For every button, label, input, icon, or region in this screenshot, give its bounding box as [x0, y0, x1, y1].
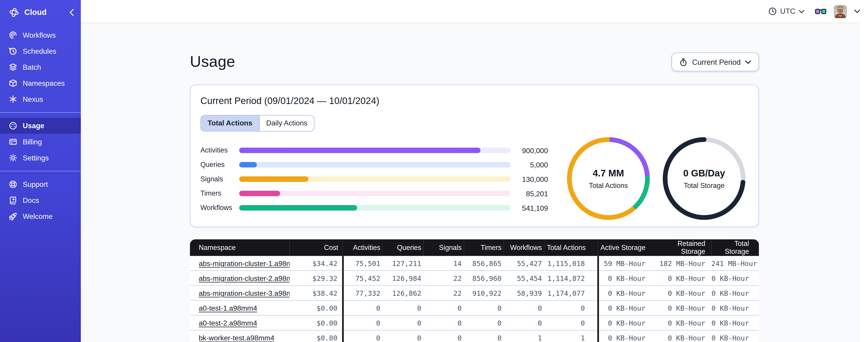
namespaces-icon	[9, 79, 17, 87]
bar-label: Timers	[200, 190, 239, 197]
namespace-link[interactable]: bk-worker-test.a98mm4	[199, 334, 275, 342]
nexus-icon	[9, 95, 17, 103]
column-header-cost: Cost	[289, 239, 342, 256]
sidebar-item-support[interactable]: Support	[0, 176, 81, 193]
cell-total-actions: 0	[544, 301, 598, 315]
sidebar-item-nexus[interactable]: Nexus	[0, 91, 81, 107]
tab-daily-actions[interactable]: Daily Actions	[259, 115, 314, 131]
cell-workflows: 0	[504, 301, 544, 315]
bar-row-queries: Queries5,000	[200, 158, 548, 172]
scrollbar[interactable]	[859, 23, 868, 342]
cell-timers: 0	[464, 301, 504, 315]
sidebar-item-billing[interactable]: Billing	[0, 134, 81, 150]
cell-signals: 14	[423, 256, 464, 271]
sidebar-item-label: Nexus	[23, 95, 43, 103]
namespace-link[interactable]: abs-migration-cluster-2.a98mm4	[199, 274, 290, 282]
sidebar-item-batch[interactable]: Batch	[0, 59, 81, 75]
cell-timers: 856,865	[464, 256, 504, 271]
chevron-down-icon	[854, 9, 860, 13]
bar-label: Signals	[200, 175, 239, 183]
account-menu-chevron[interactable]	[854, 9, 860, 13]
cell-active-storage: 0 KB-Hour	[598, 285, 652, 301]
sidebar-item-label: Billing	[23, 138, 42, 146]
avatar[interactable]	[834, 5, 847, 18]
cell-queries: 0	[382, 301, 423, 315]
namespace-link[interactable]: a0-test-1.a98mm4	[199, 304, 257, 312]
cell-total-actions: 1,115,018	[544, 256, 598, 271]
bar-label: Workflows	[200, 204, 239, 212]
bar-value: 85,201	[515, 189, 548, 198]
timers-bar-fill	[239, 191, 280, 197]
glasses-icon[interactable]	[815, 7, 827, 15]
cell-active-storage: 59 MB-Hour	[598, 256, 652, 271]
cell-retained-storage: 0 KB-Hour	[652, 301, 711, 315]
sidebar-item-schedules[interactable]: Schedules	[0, 43, 81, 59]
stopwatch-icon	[679, 58, 688, 66]
column-header-queries: Queries	[382, 239, 423, 256]
table-row: a0-test-2.a98mm4$0.000000000 KB-Hour0 KB…	[190, 315, 759, 330]
workflows-bar-track	[239, 205, 510, 211]
total-storage-donut: 0 GB/DayTotal Storage	[663, 137, 746, 220]
cell-queries: 0	[382, 315, 423, 330]
cell-total-actions: 0	[544, 315, 598, 330]
donut-value: 0 GB/Day	[683, 168, 725, 179]
cell-workflows: 55,454	[504, 271, 544, 285]
page-title: Usage	[190, 53, 235, 71]
tab-total-actions[interactable]: Total Actions	[201, 115, 259, 131]
cell-total-actions: 1,174,077	[544, 285, 598, 301]
activities-bar-fill	[239, 147, 481, 153]
bar-value: 541,109	[515, 204, 548, 212]
sidebar-item-workflows[interactable]: Workflows	[0, 27, 81, 43]
cell-total-storage: 0 KB-Hour	[711, 315, 759, 330]
bar-value: 130,000	[515, 175, 548, 183]
cell-workflows: 55,427	[504, 256, 544, 271]
sidebar-item-label: Namespaces	[23, 79, 65, 87]
bar-row-workflows: Workflows541,109	[200, 201, 548, 215]
sidebar-nav: WorkflowsSchedulesBatchNamespacesNexus U…	[0, 24, 81, 227]
column-header-workflows: Workflows	[504, 239, 544, 256]
timezone-selector[interactable]: UTC	[769, 7, 805, 15]
cell-retained-storage: 182 MB-Hour	[652, 256, 711, 271]
sidebar-item-label: Support	[23, 180, 48, 189]
period-selector-label: Current Period	[692, 58, 741, 66]
cell-activities: 0	[343, 301, 382, 315]
timezone-label: UTC	[780, 7, 796, 15]
bar-row-activities: Activities900,000	[200, 143, 548, 158]
cell-activities: 0	[343, 330, 382, 342]
sidebar-collapse-button[interactable]	[69, 8, 74, 16]
cell-total-actions: 1,114,872	[544, 271, 598, 285]
table-row: a0-test-1.a98mm4$0.000000000 KB-Hour0 KB…	[190, 301, 759, 315]
table-header-row: NamespaceCostActivitiesQueriesSignalsTim…	[190, 239, 759, 256]
sidebar-item-usage[interactable]: Usage	[0, 118, 81, 134]
app-root: Cloud WorkflowsSchedulesBatchNamespacesN…	[0, 0, 868, 342]
usage-summary-card: Current Period (09/01/2024 — 10/01/2024)…	[190, 84, 759, 227]
sidebar-item-namespaces[interactable]: Namespaces	[0, 75, 81, 91]
cell-retained-storage: 0 KB-Hour	[652, 271, 711, 285]
donut-center-label: 4.7 MMTotal Actions	[567, 137, 650, 220]
timers-bar-track	[239, 191, 510, 197]
sidebar-item-welcome[interactable]: Welcome	[0, 208, 81, 225]
cell-signals: 22	[423, 285, 464, 301]
namespace-link[interactable]: a0-test-2.a98mm4	[199, 319, 257, 327]
sidebar-brand[interactable]: Cloud	[0, 0, 81, 24]
docs-icon	[9, 196, 17, 205]
namespace-link[interactable]: abs-migration-cluster-1.a98mm4	[199, 259, 290, 267]
period-selector-button[interactable]: Current Period	[672, 53, 759, 71]
bar-label: Activities	[200, 146, 239, 154]
cell-activities: 75,452	[343, 271, 382, 285]
usage-card-title: Current Period (09/01/2024 — 10/01/2024)	[200, 96, 748, 107]
bar-value: 5,000	[515, 161, 548, 169]
sidebar-item-docs[interactable]: Docs	[0, 193, 81, 208]
namespace-link[interactable]: abs-migration-cluster-3.a98mm4	[199, 289, 290, 297]
total-actions-donut: 4.7 MMTotal Actions	[567, 137, 650, 220]
cell-queries: 126,862	[382, 285, 423, 301]
sidebar-item-settings[interactable]: Settings	[0, 150, 81, 166]
cell-workflows: 0	[504, 315, 544, 330]
table-row: abs-migration-cluster-2.a98mm4$29.3275,4…	[190, 271, 759, 285]
sidebar-divider	[0, 171, 81, 171]
cell-retained-storage: 0 KB-Hour	[652, 315, 711, 330]
table-row: abs-migration-cluster-3.a98mm4$38.4277,3…	[190, 285, 759, 301]
cell-signals: 0	[423, 301, 464, 315]
cell-cost: $0.00	[289, 315, 342, 330]
sidebar-item-label: Batch	[23, 63, 41, 71]
